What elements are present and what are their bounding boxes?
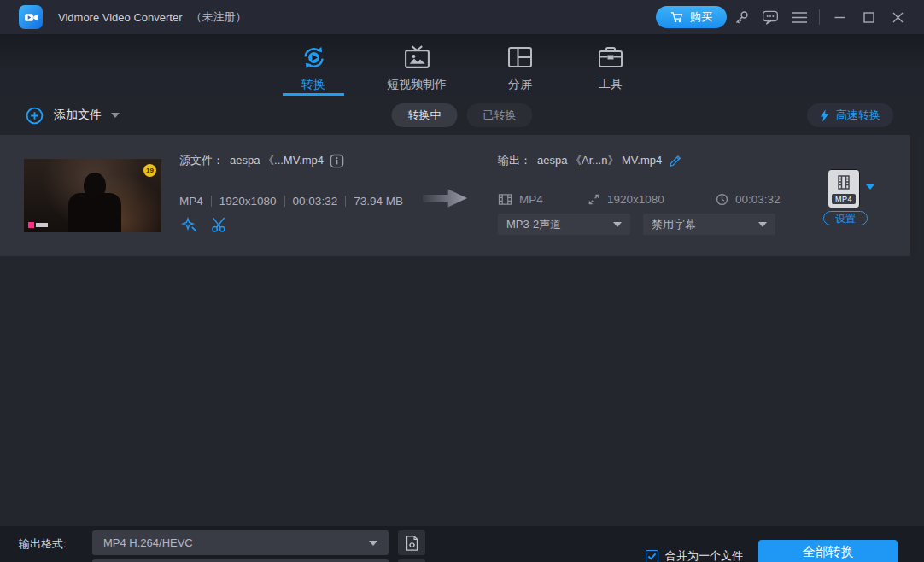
filter-converting-button[interactable]: 转换中 — [392, 103, 458, 127]
subtitle-dropdown[interactable]: 禁用字幕 — [643, 214, 775, 235]
filter-converted-button[interactable]: 已转换 — [467, 103, 533, 127]
convert-icon — [300, 42, 328, 73]
format-chevron-icon[interactable] — [866, 184, 874, 190]
profile-settings-button[interactable] — [398, 530, 425, 555]
main-nav: 转换 短视频制作 分屏 — [0, 34, 924, 96]
global-format-value: MP4 H.264/HEVC — [103, 536, 193, 549]
audio-track-dropdown[interactable]: MP3-2声道 — [498, 214, 630, 235]
tab-convert[interactable]: 转换 — [283, 34, 344, 96]
app-title: Vidmore Video Converter （未注册） — [58, 9, 247, 25]
close-button[interactable] — [883, 4, 912, 30]
buy-label: 购买 — [690, 9, 712, 25]
lightning-icon — [820, 109, 829, 122]
output-media-info: MP4 1920x1080 00:03:32 — [498, 193, 781, 206]
chevron-down-icon — [613, 222, 622, 227]
titlebar: Vidmore Video Converter （未注册） 购买 — [0, 0, 924, 34]
tab-convert-label: 转换 — [301, 77, 325, 92]
item-edit-actions — [181, 217, 228, 234]
mv-icon — [403, 42, 431, 73]
convert-all-button[interactable]: 全部转换 — [758, 540, 898, 562]
chevron-down-icon — [369, 541, 377, 546]
format-badge: MP4 — [832, 194, 856, 204]
filmstrip-icon — [498, 193, 512, 206]
output-format-button[interactable]: MP4 — [828, 169, 860, 208]
conversion-arrow-icon — [423, 188, 467, 208]
channel-watermark — [28, 222, 48, 228]
source-size: 73.94 MB — [354, 195, 403, 208]
output-file-name: 输出： aespa 《Ar...n》 MV.mp4 — [498, 153, 682, 168]
output-name-text: aespa 《Ar...n》 MV.mp4 — [537, 153, 662, 168]
item-settings-button[interactable]: 设置 — [823, 211, 868, 225]
tab-mv[interactable]: 短视频制作 — [373, 34, 460, 96]
merge-checkbox[interactable] — [646, 550, 658, 562]
add-files-label: 添加文件 — [54, 108, 102, 123]
buy-button[interactable]: 购买 — [656, 6, 727, 28]
menu-icon[interactable] — [785, 4, 814, 30]
output-format-text: MP4 — [519, 193, 543, 206]
tab-toolbox[interactable]: 工具 — [580, 34, 641, 96]
video-thumbnail: 19 — [24, 159, 161, 232]
source-name-text: aespa 《...MV.mp4 — [230, 153, 324, 168]
source-resolution: 1920x1080 — [219, 195, 277, 208]
app-logo-icon — [19, 5, 43, 29]
cart-icon — [670, 11, 684, 24]
source-file-name: 源文件： aespa 《...MV.mp4 — [179, 153, 344, 168]
info-icon[interactable] — [330, 154, 344, 168]
file-list: 19 源文件： aespa 《...MV.mp4 MP4 1920x1080 0… — [0, 135, 924, 526]
source-format: MP4 — [179, 195, 203, 208]
subtitle-value: 禁用字幕 — [652, 217, 696, 232]
feedback-icon[interactable] — [756, 4, 785, 30]
clock-icon — [716, 193, 728, 206]
scrollbar-track[interactable] — [910, 135, 917, 256]
output-duration-text: 00:03:32 — [735, 193, 781, 206]
magic-wand-icon[interactable] — [181, 217, 198, 234]
scissors-icon[interactable] — [211, 217, 228, 234]
tab-split-label: 分屏 — [508, 77, 532, 92]
output-resolution-text: 1920x1080 — [607, 193, 664, 206]
source-media-info: MP4 1920x1080 00:03:32 73.94 MB — [179, 195, 403, 208]
age-rating-badge: 19 — [143, 164, 156, 177]
plus-circle-icon — [26, 107, 44, 125]
chevron-down-icon — [111, 113, 120, 118]
thumbnail-figure — [68, 193, 121, 232]
fast-convert-toggle[interactable]: 高速转换 — [807, 103, 893, 127]
minimize-button[interactable] — [825, 4, 854, 30]
titlebar-separator — [819, 9, 820, 25]
split-screen-icon — [506, 42, 534, 73]
merge-files-option[interactable]: 合并为一个文件 — [646, 548, 743, 562]
chevron-down-icon — [758, 222, 767, 227]
titlebar-controls: 购买 — [656, 4, 912, 30]
maximize-button[interactable] — [854, 4, 883, 30]
global-format-dropdown[interactable]: MP4 H.264/HEVC — [92, 530, 389, 555]
audio-track-value: MP3-2声道 — [506, 217, 561, 232]
tab-toolbox-label: 工具 — [599, 77, 623, 92]
tab-mv-label: 短视频制作 — [387, 77, 447, 92]
resolution-expand-icon — [588, 193, 600, 206]
toolbox-icon — [597, 42, 624, 73]
source-label: 源文件： — [179, 153, 224, 168]
license-status: （未注册） — [191, 9, 247, 25]
output-label: 输出： — [498, 153, 531, 168]
rename-pencil-icon[interactable] — [668, 154, 682, 168]
file-row[interactable]: 19 源文件： aespa 《...MV.mp4 MP4 1920x1080 0… — [0, 135, 917, 256]
app-name: Vidmore Video Converter — [58, 11, 183, 24]
fast-convert-label: 高速转换 — [836, 108, 880, 123]
register-key-icon[interactable] — [727, 4, 756, 30]
merge-label: 合并为一个文件 — [665, 548, 743, 562]
bottom-bar: 输出格式: MP4 H.264/HEVC 合并为一个文件 全部转换 — [0, 526, 924, 562]
toolbar: 添加文件 转换中 已转换 高速转换 — [0, 96, 924, 135]
tab-split-screen[interactable]: 分屏 — [489, 34, 551, 96]
document-gear-icon — [405, 535, 419, 552]
source-duration: 00:03:32 — [293, 195, 338, 208]
output-format-label: 输出格式: — [19, 536, 67, 552]
add-files-button[interactable]: 添加文件 — [26, 107, 120, 125]
queue-filters: 转换中 已转换 — [392, 103, 533, 127]
